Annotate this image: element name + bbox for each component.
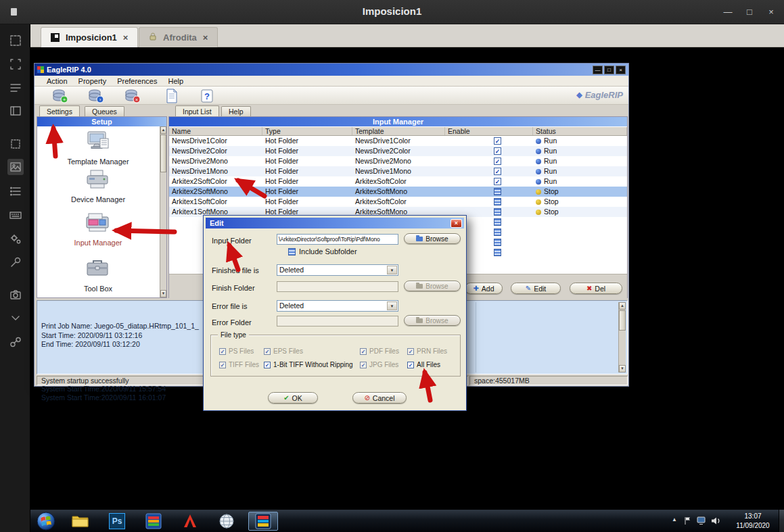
enable-checkbox[interactable] — [494, 218, 501, 226]
volume-icon[interactable] — [711, 516, 721, 525]
tray-display-icon[interactable] — [697, 516, 706, 525]
error-file-select[interactable]: Deleted ▼ — [277, 300, 398, 312]
edit-button[interactable]: ✎ Edit — [511, 283, 561, 294]
maximize-button[interactable]: □ — [741, 6, 758, 18]
dialog-close-button[interactable]: × — [451, 219, 462, 228]
enable-checkbox[interactable]: ✓ — [494, 147, 501, 155]
database-add-icon[interactable]: + — [51, 88, 69, 103]
col-name[interactable]: Name — [169, 127, 262, 135]
database-delete-icon[interactable]: × — [124, 88, 141, 103]
show-desktop-button[interactable] — [779, 510, 784, 532]
wrench-icon[interactable] — [7, 254, 24, 270]
enable-checkbox[interactable]: ✓ — [494, 168, 501, 175]
filetype-tiff-files-checkbox[interactable]: ✓TIFF Files — [219, 361, 259, 368]
menu-help[interactable]: Help — [162, 77, 189, 85]
tray-chevron-icon[interactable]: ▲ — [672, 516, 677, 523]
table-row-Arkitex1SoftColor[interactable]: Arkitex1SoftColorHot FolderArkitexSoftCo… — [169, 197, 627, 207]
input-list-tab[interactable]: Input List — [175, 105, 219, 116]
filetype-all-files-checkbox[interactable]: ✓All Files — [407, 361, 440, 368]
tab-close-icon[interactable]: × — [203, 32, 208, 43]
minimize-button[interactable]: — — [719, 6, 737, 18]
col-status[interactable]: Status — [533, 127, 627, 135]
maximize-button[interactable]: □ — [604, 66, 614, 74]
enable-checkbox[interactable] — [494, 249, 501, 256]
input-folder-browse-button[interactable]: Browse — [404, 233, 461, 244]
help-icon[interactable]: ? — [198, 88, 216, 103]
imaging-app-taskbar-button[interactable] — [143, 512, 164, 531]
col-template[interactable]: Template — [352, 127, 445, 135]
enable-checkbox[interactable]: ✓ — [494, 137, 501, 145]
input-manager-item[interactable]: Input Manager — [37, 212, 159, 247]
tab-imposicion1[interactable]: Imposicion1 × — [41, 27, 138, 47]
start-button[interactable] — [36, 511, 56, 531]
selection-icon[interactable] — [7, 32, 24, 49]
log-scrollbar[interactable]: ▲ ▼ — [618, 302, 626, 372]
ok-button[interactable]: ✔ OK — [268, 392, 318, 404]
table-row-Arkitex2SoftColor[interactable]: Arkitex2SoftColorHot FolderArkitexSoftCo… — [169, 176, 627, 187]
menu-lines-icon[interactable] — [7, 80, 24, 96]
link-icon[interactable] — [7, 334, 24, 350]
chevron-down-icon[interactable]: ▼ — [387, 301, 397, 310]
explorer-taskbar-button[interactable] — [70, 512, 91, 531]
close-button[interactable]: × — [762, 6, 780, 18]
camera-icon[interactable] — [7, 287, 24, 303]
pdf-reader-taskbar-button[interactable] — [179, 512, 201, 531]
enable-checkbox[interactable] — [494, 188, 501, 195]
cancel-button[interactable]: ⊘ Cancel — [352, 392, 407, 404]
menu-action[interactable]: Action — [41, 77, 73, 85]
finished-file-select[interactable]: Deleted ▼ — [277, 264, 398, 276]
table-row-Arkitex2SoftMono[interactable]: Arkitex2SoftMonoHot FolderArkitexSoftMon… — [169, 187, 627, 197]
tab-afrodita[interactable]: Afrodita × — [139, 27, 218, 47]
settings-tab[interactable]: Settings — [39, 105, 80, 116]
panel-layout-icon[interactable] — [7, 103, 24, 119]
screenshot-image-icon[interactable] — [7, 159, 24, 175]
col-enable[interactable]: Enable — [445, 127, 533, 135]
template-manager-item[interactable]: Template Manager — [37, 130, 159, 166]
chevron-down-icon[interactable]: ▼ — [387, 266, 397, 274]
gear-icon[interactable] — [7, 231, 24, 247]
fullscreen-icon[interactable] — [7, 56, 24, 72]
enable-checkbox[interactable] — [494, 198, 501, 205]
del-button[interactable]: ✖ Del — [570, 283, 622, 294]
filetype-1-bit-tiff-without-ripping-checkbox[interactable]: ✓1-Bit TIFF Without Ripping — [264, 361, 353, 368]
tool-box-item[interactable]: Tool Box — [37, 258, 159, 293]
filetype-ps-files-checkbox[interactable]: ✓PS Files — [219, 347, 254, 355]
col-type[interactable]: Type — [262, 127, 352, 135]
enable-checkbox[interactable]: ✓ — [494, 178, 501, 185]
tray-clock[interactable]: 13:07 11/09/2020 — [727, 512, 779, 531]
enable-checkbox[interactable]: ✓ — [494, 158, 501, 165]
include-subfolder-checkbox[interactable] — [288, 248, 296, 256]
device-manager-item[interactable]: Device Manager — [37, 168, 159, 203]
filetype-pdf-files-checkbox[interactable]: ✓PDF Files — [360, 347, 399, 355]
filetype-prn-files-checkbox[interactable]: ✓PRN Files — [407, 347, 447, 355]
tab-close-icon[interactable]: × — [123, 32, 129, 43]
scroll-down-icon[interactable]: ▼ — [619, 365, 626, 372]
eaglerip-titlebar[interactable]: EagleRIP 4.0 — □ × — [34, 64, 628, 76]
table-row-NewsDrive2Mono[interactable]: NewsDrive2MonoHot FolderNewsDrive2Mono✓R… — [169, 156, 627, 166]
tray-flag-icon[interactable] — [684, 516, 691, 525]
filetype-jpg-files-checkbox[interactable]: ✓JPG Files — [360, 361, 398, 368]
chevron-down-icon[interactable] — [7, 310, 24, 326]
scroll-thumb[interactable] — [619, 310, 626, 331]
add-button[interactable]: ✚ Add — [465, 283, 503, 294]
scroll-up-icon[interactable]: ▲ — [160, 126, 166, 134]
table-row-NewsDrive1Mono[interactable]: NewsDrive1MonoHot FolderNewsDrive1Mono✓R… — [169, 166, 627, 176]
eaglerip-taskbar-button[interactable] — [248, 512, 278, 531]
enable-checkbox[interactable] — [494, 208, 501, 216]
enable-checkbox[interactable] — [494, 228, 501, 236]
menu-preferences[interactable]: Preferences — [112, 77, 162, 85]
table-row-NewsDrive2Color[interactable]: NewsDrive2ColorHot FolderNewsDrive2Color… — [169, 146, 627, 156]
list-icon[interactable] — [7, 183, 24, 199]
database-sync-icon[interactable]: › — [87, 88, 105, 103]
photoshop-taskbar-button[interactable]: Ps — [106, 512, 128, 531]
dashed-box-icon[interactable] — [7, 136, 24, 152]
help-tab[interactable]: Help — [221, 106, 251, 116]
enable-checkbox[interactable] — [494, 239, 501, 246]
scroll-down-icon[interactable]: ▼ — [160, 290, 166, 297]
dialog-titlebar[interactable]: Edit × — [206, 218, 464, 228]
keyboard-icon[interactable] — [7, 207, 24, 223]
table-row-NewsDrive1Color[interactable]: NewsDrive1ColorHot FolderNewsDrive1Color… — [169, 136, 627, 146]
filetype-eps-files-checkbox[interactable]: ✓EPS Files — [264, 347, 303, 355]
scroll-up-icon[interactable]: ▲ — [619, 302, 626, 310]
document-icon[interactable] — [163, 88, 181, 103]
